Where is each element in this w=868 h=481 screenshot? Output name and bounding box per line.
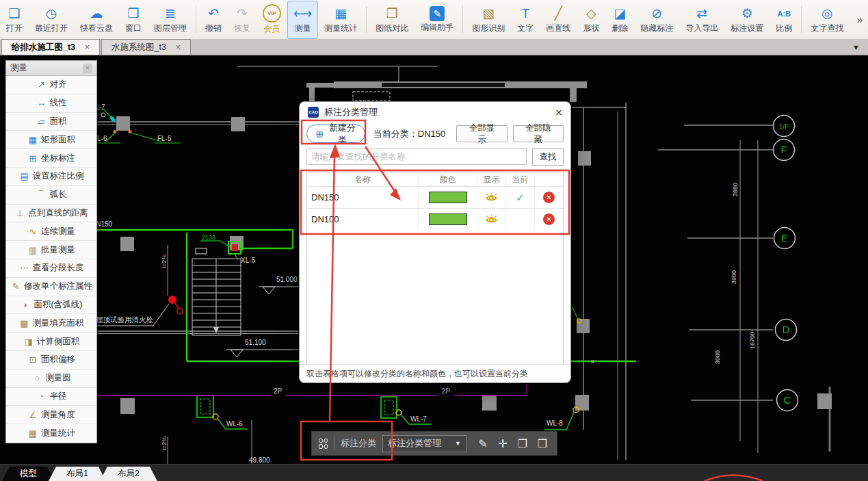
toolbar-items: ❏打开◷最近打开☁快看云盘❒窗口≣图层管理↶撤销↷恢复VIP会员⟷测量▦测量统计… bbox=[0, 1, 850, 39]
measure-item-measure-angle[interactable]: ∠测量角度 bbox=[6, 406, 96, 424]
measure-item-measure-circle[interactable]: ○测量圆 bbox=[6, 369, 96, 388]
measure-panel-close-icon[interactable]: × bbox=[83, 64, 92, 73]
color-swatch[interactable] bbox=[429, 192, 467, 203]
current-check-icon[interactable]: ✓ bbox=[516, 192, 525, 204]
measure-item-radius[interactable]: ◔半径 bbox=[6, 388, 96, 406]
delete-classification-icon[interactable]: ✕ bbox=[543, 192, 555, 203]
measure-item-label: 面积偏移 bbox=[41, 354, 75, 365]
measure-item-point-to-line-distance[interactable]: ⊥点到直线的距离 bbox=[6, 205, 96, 223]
delete-classification-icon[interactable]: ✕ bbox=[543, 213, 555, 225]
classification-search-input[interactable] bbox=[306, 148, 527, 165]
hide-all-button[interactable]: 全部隐藏 bbox=[513, 125, 564, 142]
tab-close-icon[interactable]: × bbox=[85, 42, 90, 52]
toolbar-item-scale[interactable]: A:B比例 bbox=[770, 1, 798, 39]
classification-dropdown[interactable]: 标注分类管理 ▼ bbox=[382, 435, 466, 452]
eye-visible-icon[interactable] bbox=[485, 192, 498, 203]
classification-name[interactable]: DN100 bbox=[307, 209, 418, 230]
drawing-label: 51.100 bbox=[245, 339, 266, 346]
toolbar-item-hide-annotations[interactable]: ⊘隐藏标注 bbox=[634, 1, 679, 39]
measure-item-coordinate-annotation[interactable]: ⊞坐标标注 bbox=[6, 149, 96, 168]
tab-plumbing-construction[interactable]: 给排水施工图_t3× bbox=[1, 39, 100, 55]
eye-visible-icon[interactable] bbox=[485, 214, 498, 224]
classification-grid-icon[interactable] bbox=[319, 439, 328, 449]
toolbar-item-cloud-disk[interactable]: ☁快看云盘 bbox=[74, 1, 119, 39]
measure-item-continuous-measure[interactable]: ∿连续测量 bbox=[6, 222, 96, 241]
toolbar-item-measure[interactable]: ⟷测量 bbox=[287, 1, 318, 39]
measure-item-label: 矩形面积 bbox=[41, 134, 75, 146]
tab-close-icon[interactable]: × bbox=[176, 42, 181, 52]
measure-item-area-offset[interactable]: ⊡面积偏移 bbox=[6, 351, 96, 369]
header-name: 名称 bbox=[307, 172, 418, 186]
toolbar-item-recent-open[interactable]: ◷最近打开 bbox=[29, 1, 74, 39]
measure-item-measure-stats[interactable]: ▦测量统计 bbox=[6, 424, 96, 443]
toolbar-layer-manager-icon: ≣ bbox=[165, 5, 176, 22]
toolbar-item-undo[interactable]: ↶撤销 bbox=[199, 1, 228, 39]
toolbar-item-label: 导入导出 bbox=[685, 23, 718, 34]
show-all-button[interactable]: 全部显示 bbox=[456, 125, 507, 142]
toolbar-item-annotation-settings[interactable]: ⚙标注设置 bbox=[724, 1, 770, 39]
toolbar-item-shapes[interactable]: ◇形状 bbox=[577, 1, 605, 39]
toolbar-item-text[interactable]: T文字 bbox=[511, 1, 540, 39]
measure-item-area-with-arc[interactable]: ◗面积(含弧线) bbox=[6, 296, 96, 315]
current-cell bbox=[505, 209, 534, 230]
measure-item-arc-length[interactable]: ⌒弧长 bbox=[6, 186, 96, 205]
toolbar-item-label: 图形识别 bbox=[472, 23, 505, 34]
classification-name[interactable]: DN150 bbox=[307, 187, 418, 208]
move-icon[interactable]: ✛ bbox=[495, 437, 510, 450]
find-button[interactable]: 查找 bbox=[532, 148, 564, 166]
measure-item-label: 测量统计 bbox=[41, 428, 75, 439]
toolbar-separator bbox=[462, 6, 463, 34]
toolbar-item-drawing-compare[interactable]: ❐图纸对比 bbox=[369, 1, 415, 39]
copy-icon[interactable]: ❐ bbox=[515, 437, 530, 450]
toolbar-overflow-icon[interactable]: » bbox=[857, 14, 863, 25]
toolbar-item-redo[interactable]: ↷恢复 bbox=[228, 1, 257, 39]
drawing-label: WL-7 bbox=[410, 415, 427, 423]
dialog-title: 标注分类管理 bbox=[324, 106, 378, 118]
layout-tabbar: 模型布局1布局2 bbox=[0, 464, 868, 481]
layout-tab-2[interactable]: 布局2 bbox=[100, 467, 157, 481]
dialog-close-icon[interactable]: × bbox=[555, 107, 562, 118]
measure-item-view-segment-length[interactable]: ⋯查看分段长度 bbox=[6, 259, 96, 278]
toolbar-item-layer-manager[interactable]: ≣图层管理 bbox=[148, 1, 193, 39]
classification-row[interactable]: DN100 ✕ bbox=[307, 208, 563, 230]
measure-item-linear[interactable]: ↔线性 bbox=[6, 94, 96, 113]
toolbar-item-open[interactable]: ❏打开 bbox=[0, 1, 29, 39]
visible-cell bbox=[477, 209, 505, 230]
edit-annotation-icon[interactable]: ✎ bbox=[475, 437, 490, 450]
measure-item-set-annotation-scale[interactable]: ▤设置标注比例 bbox=[6, 168, 96, 186]
measure-item-modify-single-annotation[interactable]: ✎修改单个标注属性 bbox=[6, 278, 96, 296]
measure-item-calc-side-area[interactable]: ◨计算侧面积 bbox=[6, 333, 96, 351]
classification-row[interactable]: DN150 ✓ ✕ bbox=[307, 186, 563, 208]
measure-item-rect-area[interactable]: ▦矩形面积 bbox=[6, 131, 96, 149]
measure-item-batch-measure[interactable]: ▥批量测量 bbox=[6, 241, 96, 259]
toolbar-item-edit-assistant[interactable]: ✎编辑助手 bbox=[415, 1, 460, 39]
drawing-label: 3000 bbox=[714, 350, 721, 364]
toolbar-item-label: 测量 bbox=[295, 23, 311, 34]
toolbar-item-draw-line[interactable]: ╱画直线 bbox=[540, 1, 577, 39]
toolbar-separator bbox=[366, 6, 367, 34]
drawing-label: FL-5 bbox=[157, 135, 172, 142]
tab-list-menu-icon[interactable]: ▼ bbox=[852, 43, 860, 51]
tab-water-system[interactable]: 水施系统图_t3× bbox=[101, 39, 191, 55]
toolbar-item-measure-stats[interactable]: ▦测量统计 bbox=[318, 1, 363, 39]
header-visible: 显示 bbox=[477, 172, 505, 186]
measure-item-align[interactable]: ↗对齐 bbox=[6, 76, 96, 94]
toolbar-item-vip-member[interactable]: VIP会员 bbox=[257, 1, 287, 39]
toolbar-item-text-search[interactable]: ◎文字查找 bbox=[804, 1, 850, 39]
color-swatch[interactable] bbox=[429, 213, 467, 225]
toolbar-item-window[interactable]: ❒窗口 bbox=[119, 1, 148, 39]
layout-tab-1[interactable]: 布局1 bbox=[49, 467, 106, 481]
layout-tab-model[interactable]: 模型 bbox=[2, 467, 55, 481]
toolbar-item-import-export[interactable]: ⇄导入导出 bbox=[679, 1, 724, 39]
dialog-titlebar[interactable]: CAD 标注分类管理 × bbox=[300, 102, 570, 122]
toolbar-item-shape-recognition[interactable]: ▧图形识别 bbox=[466, 1, 511, 39]
new-classification-button[interactable]: ⊕ 新建分类 bbox=[306, 125, 365, 143]
current-classification: 当前分类：DN150 bbox=[373, 128, 445, 140]
dialog-action-row: ⊕ 新建分类 当前分类：DN150 全部显示 全部隐藏 bbox=[300, 122, 570, 146]
toolbar-item-delete[interactable]: ◪删除 bbox=[605, 1, 634, 39]
toolbar-item-label: 窗口 bbox=[125, 23, 142, 34]
measure-item-area[interactable]: ▱面积 bbox=[6, 113, 96, 131]
paste-icon[interactable]: ❒ bbox=[535, 437, 550, 450]
measure-item-measure-fill-area[interactable]: ▩测量填充面积 bbox=[6, 314, 96, 333]
grid-bubbles: 1/FFEDC bbox=[774, 116, 798, 411]
